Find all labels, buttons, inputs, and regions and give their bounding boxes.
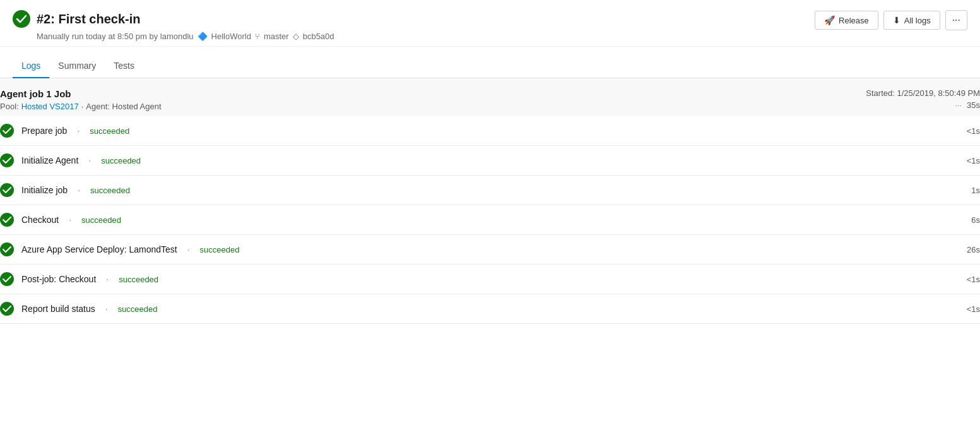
step-row[interactable]: Post-job: Checkout·succeeded<1s — [0, 265, 980, 294]
title-row: #2: First check-in — [13, 10, 334, 28]
tab-logs[interactable]: Logs — [13, 54, 49, 78]
build-title: #2: First check-in — [37, 12, 141, 27]
step-status: succeeded — [200, 245, 240, 254]
step-duration: <1s — [967, 304, 980, 314]
header-actions: 🚀 Release ⬇ All logs ··· — [815, 10, 967, 30]
step-status: succeeded — [118, 304, 158, 314]
tab-summary[interactable]: Summary — [49, 54, 105, 78]
commit-icon: ◇ — [293, 32, 299, 41]
step-separator: · — [187, 244, 190, 254]
step-row[interactable]: Checkout·succeeded6s — [0, 205, 980, 235]
step-separator: · — [105, 304, 108, 314]
step-separator: · — [77, 126, 80, 136]
job-started: Started: 1/25/2019, 8:50:49 PM — [866, 88, 980, 98]
tabs-bar: Logs Summary Tests — [0, 54, 980, 78]
step-name: Initialize Agent — [21, 155, 78, 165]
step-status: succeeded — [90, 126, 129, 136]
step-left: Initialize Agent·succeeded — [0, 153, 141, 167]
success-icon — [13, 10, 30, 28]
step-duration: <1s — [967, 156, 980, 165]
svg-point-5 — [0, 242, 14, 256]
svg-point-1 — [0, 124, 14, 138]
all-logs-button[interactable]: ⬇ All logs — [883, 11, 940, 30]
svg-point-2 — [0, 153, 14, 167]
step-status: succeeded — [101, 156, 141, 165]
tab-tests[interactable]: Tests — [105, 54, 143, 78]
more-options-button[interactable]: ··· — [945, 10, 967, 30]
step-row[interactable]: Azure App Service Deploy: LamondTest·suc… — [0, 235, 980, 265]
step-duration: <1s — [967, 126, 980, 136]
step-success-icon — [0, 272, 14, 286]
pool-link[interactable]: Hosted VS2017 — [21, 102, 79, 111]
job-title: Agent job 1 Job — [0, 88, 162, 99]
step-success-icon — [0, 302, 14, 316]
step-left: Post-job: Checkout·succeeded — [0, 272, 158, 286]
step-success-icon — [0, 153, 14, 167]
svg-point-7 — [0, 302, 14, 316]
more-icon: ··· — [955, 100, 962, 110]
step-separator: · — [106, 274, 109, 284]
step-duration: 1s — [971, 186, 980, 195]
step-row[interactable]: Initialize job·succeeded1s — [0, 176, 980, 205]
branch-icon: ⑂ — [255, 32, 260, 41]
step-name: Post-job: Checkout — [21, 274, 96, 284]
job-info-left: Agent job 1 Job Pool: Hosted VS2017 · Ag… — [0, 88, 162, 111]
page-header: #2: First check-in Manually run today at… — [0, 0, 980, 47]
build-meta: Manually run today at 8:50 pm by lamondl… — [13, 32, 334, 41]
step-name: Azure App Service Deploy: LamondTest — [21, 244, 177, 254]
step-row[interactable]: Initialize Agent·succeeded<1s — [0, 146, 980, 176]
job-duration: 35s — [967, 100, 980, 110]
step-name: Prepare job — [21, 126, 67, 136]
step-left: Report build status·succeeded — [0, 302, 158, 316]
release-button[interactable]: 🚀 Release — [815, 11, 878, 30]
rocket-icon: 🚀 — [824, 15, 835, 25]
svg-point-0 — [13, 10, 30, 28]
step-success-icon — [0, 124, 14, 138]
step-row[interactable]: Report build status·succeeded<1s — [0, 294, 980, 324]
step-name: Checkout — [21, 215, 59, 225]
step-status: succeeded — [90, 186, 130, 195]
step-separator: · — [69, 215, 71, 225]
step-separator: · — [78, 185, 80, 195]
step-left: Prepare job·succeeded — [0, 124, 129, 138]
step-name: Initialize job — [21, 185, 68, 195]
step-success-icon — [0, 183, 14, 197]
download-icon: ⬇ — [893, 15, 900, 25]
step-duration: 26s — [967, 245, 980, 254]
job-header: Agent job 1 Job Pool: Hosted VS2017 · Ag… — [0, 78, 980, 116]
job-info-right: Started: 1/25/2019, 8:50:49 PM ··· 35s — [866, 88, 980, 110]
job-pool: Pool: Hosted VS2017 · Agent: Hosted Agen… — [0, 102, 162, 111]
svg-point-3 — [0, 183, 14, 197]
step-status: succeeded — [119, 275, 158, 284]
step-success-icon — [0, 242, 14, 256]
steps-list: Prepare job·succeeded<1sInitialize Agent… — [0, 116, 980, 324]
step-left: Azure App Service Deploy: LamondTest·suc… — [0, 242, 239, 256]
step-status: succeeded — [81, 215, 121, 225]
step-left: Initialize job·succeeded — [0, 183, 130, 197]
step-name: Report build status — [21, 304, 95, 314]
header-left: #2: First check-in Manually run today at… — [13, 10, 334, 41]
svg-point-4 — [0, 213, 14, 227]
svg-point-6 — [0, 272, 14, 286]
step-row[interactable]: Prepare job·succeeded<1s — [0, 116, 980, 146]
step-duration: <1s — [967, 275, 980, 284]
job-duration-row: ··· 35s — [866, 100, 980, 110]
step-left: Checkout·succeeded — [0, 213, 121, 227]
step-duration: 6s — [971, 215, 980, 225]
step-success-icon — [0, 213, 14, 227]
step-separator: · — [88, 155, 91, 165]
project-icon: 🔷 — [198, 32, 208, 41]
